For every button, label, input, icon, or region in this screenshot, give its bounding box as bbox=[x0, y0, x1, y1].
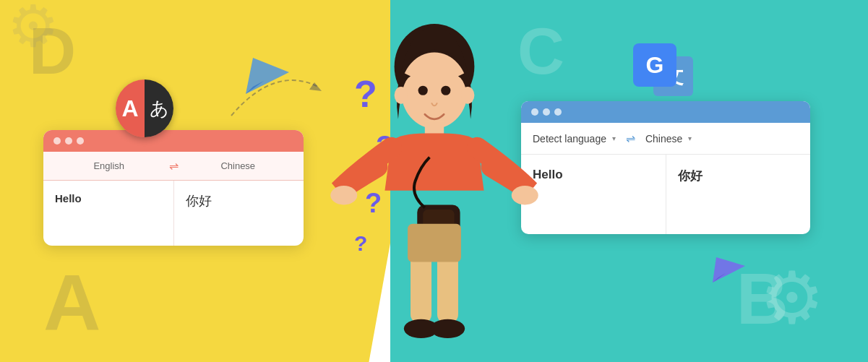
svg-point-7 bbox=[394, 87, 407, 104]
svg-point-9 bbox=[418, 86, 427, 95]
google-translate-icon: G 文 bbox=[633, 43, 698, 98]
svg-point-6 bbox=[400, 53, 467, 129]
google-letter: G bbox=[646, 52, 664, 79]
google-g-icon: G bbox=[633, 43, 676, 87]
svg-point-20 bbox=[430, 319, 464, 338]
svg-point-17 bbox=[330, 186, 357, 204]
svg-point-8 bbox=[460, 87, 473, 104]
scene: D A C B ⚙ ⚙ ? ? ? ? A あ G 文 bbox=[0, 0, 868, 362]
person-illustration bbox=[0, 0, 868, 362]
svg-rect-16 bbox=[408, 224, 461, 262]
svg-point-18 bbox=[511, 186, 538, 204]
svg-point-10 bbox=[441, 86, 450, 95]
